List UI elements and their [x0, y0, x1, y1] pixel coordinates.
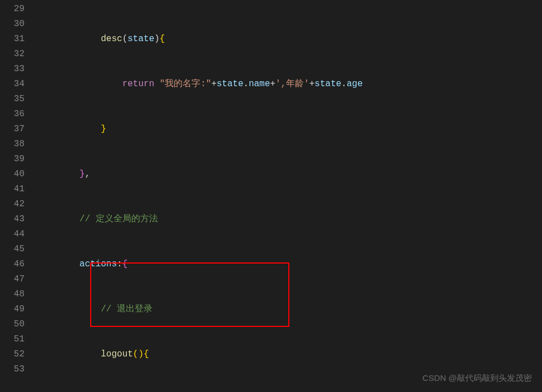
line-number: 46 — [4, 257, 24, 272]
code-line[interactable]: return "我的名字:"+state.name+',年龄'+state.ag… — [35, 77, 542, 92]
code-editor[interactable]: 2930313233343536373839404142434445464748… — [0, 0, 542, 392]
line-number: 40 — [4, 167, 24, 182]
code-line[interactable]: // 定义全局的方法 — [35, 212, 542, 227]
line-number: 36 — [4, 107, 24, 122]
line-number: 45 — [4, 242, 24, 257]
line-number: 52 — [4, 347, 24, 362]
line-number: 33 — [4, 62, 24, 77]
line-number: 30 — [4, 17, 24, 32]
line-number: 41 — [4, 182, 24, 197]
line-number: 38 — [4, 137, 24, 152]
line-number: 43 — [4, 212, 24, 227]
line-number: 42 — [4, 197, 24, 212]
line-number: 34 — [4, 77, 24, 92]
line-number: 53 — [4, 362, 24, 377]
line-number: 32 — [4, 47, 24, 62]
line-number: 39 — [4, 152, 24, 167]
line-number: 51 — [4, 332, 24, 347]
line-number: 35 — [4, 92, 24, 107]
code-line[interactable]: logout(){ — [35, 347, 542, 362]
annotation-highlight — [90, 262, 289, 327]
code-line[interactable]: }, — [35, 167, 542, 182]
line-number: 50 — [4, 317, 24, 332]
line-number: 37 — [4, 122, 24, 137]
line-number: 47 — [4, 272, 24, 287]
code-line[interactable]: actions:{ — [35, 257, 542, 272]
line-gutter: 2930313233343536373839404142434445464748… — [0, 0, 35, 392]
line-number: 31 — [4, 32, 24, 47]
line-number: 49 — [4, 302, 24, 317]
code-line[interactable]: // 退出登录 — [35, 302, 542, 317]
line-number: 48 — [4, 287, 24, 302]
line-number: 29 — [4, 2, 24, 17]
code-line[interactable]: desc(state){ — [35, 32, 542, 47]
line-number: 44 — [4, 227, 24, 242]
code-line[interactable]: } — [35, 122, 542, 137]
code-content[interactable]: desc(state){ return "我的名字:"+state.name+'… — [35, 0, 542, 392]
